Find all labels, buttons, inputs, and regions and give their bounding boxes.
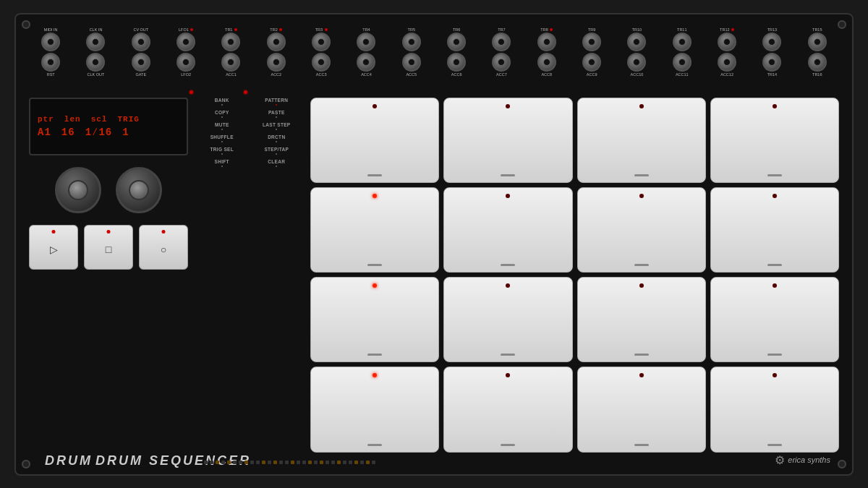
record-button[interactable]: ○ bbox=[139, 225, 188, 270]
shuffle-group: SHUFFLE bbox=[197, 134, 247, 142]
copy-button[interactable] bbox=[221, 116, 223, 118]
steptap-button[interactable] bbox=[276, 153, 277, 155]
jack-midi-in[interactable]: MIDI IN bbox=[29, 27, 72, 51]
jack-clk-out[interactable]: CLK OUT bbox=[74, 53, 117, 77]
jack-acc6[interactable]: ACC6 bbox=[435, 53, 478, 77]
bank-button[interactable] bbox=[221, 104, 223, 106]
steptap-label: STEP/TAP bbox=[264, 147, 289, 152]
display-ptr-label: ptr bbox=[38, 115, 54, 124]
jack-acc2[interactable]: ACC2 bbox=[255, 53, 298, 77]
pad-16[interactable] bbox=[710, 367, 839, 452]
shuffle-button[interactable] bbox=[221, 141, 223, 142]
pad-3[interactable] bbox=[577, 98, 706, 183]
play-icon: ▷ bbox=[50, 244, 58, 255]
jack-tr11[interactable]: TR11 bbox=[660, 27, 704, 51]
pad-13[interactable] bbox=[310, 367, 439, 452]
shift-group: SHIFT bbox=[197, 159, 247, 167]
transport-row: ▷ □ ○ bbox=[29, 225, 188, 270]
jack-cv-out[interactable]: CV OUT bbox=[119, 27, 163, 51]
jack-gate[interactable]: GATE bbox=[119, 53, 163, 77]
paste-label: PASTE bbox=[268, 110, 285, 115]
pad-11[interactable] bbox=[577, 277, 706, 362]
jack-clk-in[interactable]: CLK IN bbox=[74, 27, 117, 51]
pad-8[interactable] bbox=[710, 187, 839, 273]
pad-10[interactable] bbox=[443, 277, 572, 362]
jack-tr6[interactable]: TR6 bbox=[435, 27, 478, 51]
jack-tr7[interactable]: TR7 bbox=[480, 27, 523, 51]
jack-lfo2[interactable]: LFO2 bbox=[164, 53, 208, 77]
jack-acc8[interactable]: ACC8 bbox=[525, 53, 569, 77]
pad-9[interactable] bbox=[310, 277, 439, 362]
mute-button[interactable] bbox=[221, 129, 223, 130]
jack-tr12[interactable]: TR12 bbox=[705, 27, 749, 51]
pad-5[interactable] bbox=[310, 187, 439, 273]
jack-rst[interactable]: RST bbox=[29, 53, 72, 77]
mute-laststep-row: MUTE LAST STEP bbox=[197, 122, 302, 130]
jack-acc3[interactable]: ACC3 bbox=[299, 53, 343, 77]
display-trig-label: TRIG bbox=[117, 115, 139, 124]
jack-tr15[interactable]: TR15 bbox=[796, 27, 839, 51]
jack-tr13[interactable]: TR13 bbox=[750, 27, 793, 51]
paste-group: PASTE bbox=[252, 110, 302, 118]
jack-tr14[interactable]: TR14 bbox=[750, 53, 793, 77]
jack-tr1[interactable]: TR1 bbox=[209, 27, 252, 51]
pad-15[interactable] bbox=[577, 367, 706, 452]
jack-acc5[interactable]: ACC5 bbox=[390, 53, 433, 77]
erica-icon: ⚙ bbox=[775, 453, 785, 467]
pad-4[interactable] bbox=[710, 98, 839, 183]
pad-12[interactable] bbox=[710, 277, 839, 362]
record-icon: ○ bbox=[161, 244, 166, 255]
status-leds bbox=[190, 90, 193, 94]
jack-acc7[interactable]: ACC7 bbox=[480, 53, 523, 77]
jack-tr3[interactable]: TR3 bbox=[299, 27, 343, 51]
pad-12-led bbox=[773, 283, 777, 288]
knob-1-center bbox=[68, 180, 88, 200]
pad-14[interactable] bbox=[443, 367, 572, 452]
pattern-button[interactable] bbox=[276, 104, 277, 106]
jack-tr16[interactable]: TR16 bbox=[796, 53, 839, 77]
jack-acc4[interactable]: ACC4 bbox=[344, 53, 388, 77]
trigsel-button[interactable] bbox=[221, 153, 223, 155]
paste-button[interactable] bbox=[276, 116, 277, 118]
pad-1[interactable] bbox=[310, 98, 439, 183]
pad-3-led bbox=[639, 104, 644, 108]
knob-2[interactable] bbox=[116, 167, 162, 213]
jack-tr10[interactable]: TR10 bbox=[615, 27, 658, 51]
jack-acc12[interactable]: ACC12 bbox=[705, 53, 749, 77]
laststep-button[interactable] bbox=[276, 129, 277, 130]
jack-lfo1[interactable]: LFO1 bbox=[164, 27, 208, 51]
jack-tr2[interactable]: TR2 bbox=[255, 27, 298, 51]
jack-tr4[interactable]: TR4 bbox=[344, 27, 388, 51]
pad-7[interactable] bbox=[577, 187, 706, 273]
jack-acc9[interactable]: ACC9 bbox=[570, 53, 613, 77]
erica-synths-logo: ⚙ erica synths bbox=[775, 453, 830, 467]
stop-button[interactable]: □ bbox=[84, 225, 133, 270]
steptap-group: STEP/TAP bbox=[252, 147, 302, 155]
pad-11-notch bbox=[634, 354, 649, 356]
tr2-led bbox=[279, 28, 282, 31]
display-row-2: A1 16 1⁄16 1 bbox=[38, 127, 179, 138]
pad-6-notch bbox=[501, 264, 515, 266]
jack-acc10[interactable]: ACC10 bbox=[615, 53, 658, 77]
trigsel-steptap-row: TRIG SEL STEP/TAP bbox=[197, 147, 302, 155]
jack-acc1[interactable]: ACC1 bbox=[209, 53, 252, 77]
pad-6[interactable] bbox=[443, 187, 572, 273]
shift-button[interactable] bbox=[221, 166, 223, 167]
knob-1-container bbox=[55, 167, 101, 213]
jack-tr5[interactable]: TR5 bbox=[390, 27, 433, 51]
drctn-button[interactable] bbox=[276, 141, 277, 142]
knob-1[interactable] bbox=[55, 167, 101, 213]
display-row-1: ptr len scl TRIG bbox=[38, 115, 179, 124]
display-ptr-val: A1 bbox=[38, 127, 51, 138]
pad-14-notch bbox=[501, 444, 515, 446]
pad-2[interactable] bbox=[443, 98, 572, 183]
jack-tr8[interactable]: TR8 bbox=[525, 27, 569, 51]
clear-button[interactable] bbox=[276, 166, 277, 167]
stop-icon: □ bbox=[106, 244, 111, 255]
logo-drum: DRUM bbox=[45, 453, 93, 468]
jack-row-top: MIDI IN CLK IN CV OUT LFO1 TR1 TR2 bbox=[29, 27, 839, 51]
jack-acc11[interactable]: ACC11 bbox=[660, 53, 704, 77]
pad-7-notch bbox=[634, 264, 649, 266]
play-button[interactable]: ▷ bbox=[29, 225, 78, 270]
jack-tr9[interactable]: TR9 bbox=[570, 27, 613, 51]
